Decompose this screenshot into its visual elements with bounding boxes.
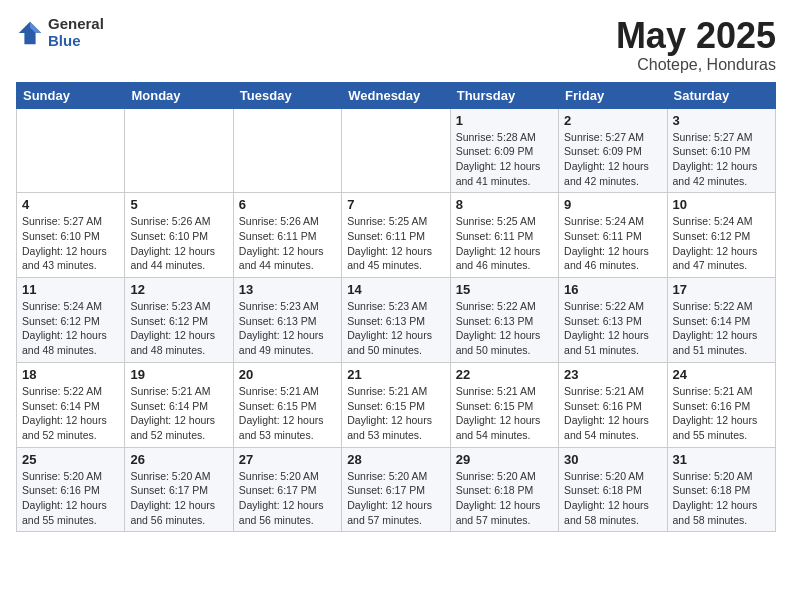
calendar-day-19: 19Sunrise: 5:21 AM Sunset: 6:14 PM Dayli… [125, 362, 233, 447]
calendar-day-6: 6Sunrise: 5:26 AM Sunset: 6:11 PM Daylig… [233, 193, 341, 278]
day-number: 29 [456, 452, 553, 467]
calendar-day-11: 11Sunrise: 5:24 AM Sunset: 6:12 PM Dayli… [17, 278, 125, 363]
logo-icon [16, 19, 44, 47]
day-info: Sunrise: 5:21 AM Sunset: 6:16 PM Dayligh… [564, 384, 661, 443]
calendar-day-24: 24Sunrise: 5:21 AM Sunset: 6:16 PM Dayli… [667, 362, 775, 447]
day-info: Sunrise: 5:23 AM Sunset: 6:13 PM Dayligh… [347, 299, 444, 358]
calendar-day-8: 8Sunrise: 5:25 AM Sunset: 6:11 PM Daylig… [450, 193, 558, 278]
calendar-day-29: 29Sunrise: 5:20 AM Sunset: 6:18 PM Dayli… [450, 447, 558, 532]
logo-blue-text: Blue [48, 33, 104, 50]
day-info: Sunrise: 5:23 AM Sunset: 6:13 PM Dayligh… [239, 299, 336, 358]
calendar-day-27: 27Sunrise: 5:20 AM Sunset: 6:17 PM Dayli… [233, 447, 341, 532]
weekday-header-row: SundayMondayTuesdayWednesdayThursdayFrid… [17, 82, 776, 108]
day-info: Sunrise: 5:22 AM Sunset: 6:13 PM Dayligh… [456, 299, 553, 358]
weekday-header-friday: Friday [559, 82, 667, 108]
day-info: Sunrise: 5:24 AM Sunset: 6:12 PM Dayligh… [22, 299, 119, 358]
day-number: 3 [673, 113, 770, 128]
day-number: 10 [673, 197, 770, 212]
day-number: 15 [456, 282, 553, 297]
day-number: 13 [239, 282, 336, 297]
day-number: 24 [673, 367, 770, 382]
day-info: Sunrise: 5:23 AM Sunset: 6:12 PM Dayligh… [130, 299, 227, 358]
day-number: 14 [347, 282, 444, 297]
day-number: 12 [130, 282, 227, 297]
calendar-day-20: 20Sunrise: 5:21 AM Sunset: 6:15 PM Dayli… [233, 362, 341, 447]
day-info: Sunrise: 5:20 AM Sunset: 6:18 PM Dayligh… [564, 469, 661, 528]
title-block: May 2025 Chotepe, Honduras [616, 16, 776, 74]
calendar-empty-cell [125, 108, 233, 193]
logo-general-text: General [48, 16, 104, 33]
day-number: 31 [673, 452, 770, 467]
calendar-location: Chotepe, Honduras [616, 56, 776, 74]
day-number: 16 [564, 282, 661, 297]
calendar-title: May 2025 [616, 16, 776, 56]
day-info: Sunrise: 5:21 AM Sunset: 6:14 PM Dayligh… [130, 384, 227, 443]
calendar-week-1: 1Sunrise: 5:28 AM Sunset: 6:09 PM Daylig… [17, 108, 776, 193]
day-info: Sunrise: 5:28 AM Sunset: 6:09 PM Dayligh… [456, 130, 553, 189]
calendar-day-17: 17Sunrise: 5:22 AM Sunset: 6:14 PM Dayli… [667, 278, 775, 363]
day-info: Sunrise: 5:22 AM Sunset: 6:14 PM Dayligh… [673, 299, 770, 358]
day-info: Sunrise: 5:24 AM Sunset: 6:11 PM Dayligh… [564, 214, 661, 273]
day-info: Sunrise: 5:26 AM Sunset: 6:11 PM Dayligh… [239, 214, 336, 273]
day-info: Sunrise: 5:20 AM Sunset: 6:18 PM Dayligh… [673, 469, 770, 528]
day-info: Sunrise: 5:27 AM Sunset: 6:10 PM Dayligh… [22, 214, 119, 273]
calendar-day-9: 9Sunrise: 5:24 AM Sunset: 6:11 PM Daylig… [559, 193, 667, 278]
day-number: 5 [130, 197, 227, 212]
calendar-day-16: 16Sunrise: 5:22 AM Sunset: 6:13 PM Dayli… [559, 278, 667, 363]
calendar-day-15: 15Sunrise: 5:22 AM Sunset: 6:13 PM Dayli… [450, 278, 558, 363]
day-number: 9 [564, 197, 661, 212]
day-info: Sunrise: 5:22 AM Sunset: 6:13 PM Dayligh… [564, 299, 661, 358]
day-number: 30 [564, 452, 661, 467]
day-number: 26 [130, 452, 227, 467]
day-info: Sunrise: 5:25 AM Sunset: 6:11 PM Dayligh… [456, 214, 553, 273]
calendar-day-18: 18Sunrise: 5:22 AM Sunset: 6:14 PM Dayli… [17, 362, 125, 447]
day-info: Sunrise: 5:24 AM Sunset: 6:12 PM Dayligh… [673, 214, 770, 273]
calendar-day-21: 21Sunrise: 5:21 AM Sunset: 6:15 PM Dayli… [342, 362, 450, 447]
day-number: 28 [347, 452, 444, 467]
day-number: 2 [564, 113, 661, 128]
day-info: Sunrise: 5:26 AM Sunset: 6:10 PM Dayligh… [130, 214, 227, 273]
calendar-week-5: 25Sunrise: 5:20 AM Sunset: 6:16 PM Dayli… [17, 447, 776, 532]
day-info: Sunrise: 5:27 AM Sunset: 6:10 PM Dayligh… [673, 130, 770, 189]
day-info: Sunrise: 5:21 AM Sunset: 6:16 PM Dayligh… [673, 384, 770, 443]
calendar-day-3: 3Sunrise: 5:27 AM Sunset: 6:10 PM Daylig… [667, 108, 775, 193]
calendar-day-7: 7Sunrise: 5:25 AM Sunset: 6:11 PM Daylig… [342, 193, 450, 278]
day-number: 20 [239, 367, 336, 382]
weekday-header-saturday: Saturday [667, 82, 775, 108]
calendar-empty-cell [233, 108, 341, 193]
logo-text: General Blue [48, 16, 104, 49]
weekday-header-thursday: Thursday [450, 82, 558, 108]
day-number: 27 [239, 452, 336, 467]
day-info: Sunrise: 5:20 AM Sunset: 6:16 PM Dayligh… [22, 469, 119, 528]
day-number: 18 [22, 367, 119, 382]
weekday-header-monday: Monday [125, 82, 233, 108]
calendar-day-30: 30Sunrise: 5:20 AM Sunset: 6:18 PM Dayli… [559, 447, 667, 532]
day-info: Sunrise: 5:20 AM Sunset: 6:18 PM Dayligh… [456, 469, 553, 528]
day-number: 7 [347, 197, 444, 212]
calendar-day-23: 23Sunrise: 5:21 AM Sunset: 6:16 PM Dayli… [559, 362, 667, 447]
calendar-day-14: 14Sunrise: 5:23 AM Sunset: 6:13 PM Dayli… [342, 278, 450, 363]
day-number: 11 [22, 282, 119, 297]
day-number: 1 [456, 113, 553, 128]
calendar-empty-cell [342, 108, 450, 193]
calendar-day-10: 10Sunrise: 5:24 AM Sunset: 6:12 PM Dayli… [667, 193, 775, 278]
day-number: 8 [456, 197, 553, 212]
day-info: Sunrise: 5:21 AM Sunset: 6:15 PM Dayligh… [347, 384, 444, 443]
day-number: 25 [22, 452, 119, 467]
calendar-day-22: 22Sunrise: 5:21 AM Sunset: 6:15 PM Dayli… [450, 362, 558, 447]
calendar-week-3: 11Sunrise: 5:24 AM Sunset: 6:12 PM Dayli… [17, 278, 776, 363]
calendar-day-2: 2Sunrise: 5:27 AM Sunset: 6:09 PM Daylig… [559, 108, 667, 193]
weekday-header-tuesday: Tuesday [233, 82, 341, 108]
calendar-empty-cell [17, 108, 125, 193]
day-info: Sunrise: 5:20 AM Sunset: 6:17 PM Dayligh… [130, 469, 227, 528]
calendar-day-31: 31Sunrise: 5:20 AM Sunset: 6:18 PM Dayli… [667, 447, 775, 532]
calendar-day-1: 1Sunrise: 5:28 AM Sunset: 6:09 PM Daylig… [450, 108, 558, 193]
day-info: Sunrise: 5:21 AM Sunset: 6:15 PM Dayligh… [456, 384, 553, 443]
calendar-day-4: 4Sunrise: 5:27 AM Sunset: 6:10 PM Daylig… [17, 193, 125, 278]
day-info: Sunrise: 5:27 AM Sunset: 6:09 PM Dayligh… [564, 130, 661, 189]
page-header: General Blue May 2025 Chotepe, Honduras [16, 16, 776, 74]
calendar-table: SundayMondayTuesdayWednesdayThursdayFrid… [16, 82, 776, 533]
day-number: 6 [239, 197, 336, 212]
day-number: 4 [22, 197, 119, 212]
day-info: Sunrise: 5:20 AM Sunset: 6:17 PM Dayligh… [347, 469, 444, 528]
